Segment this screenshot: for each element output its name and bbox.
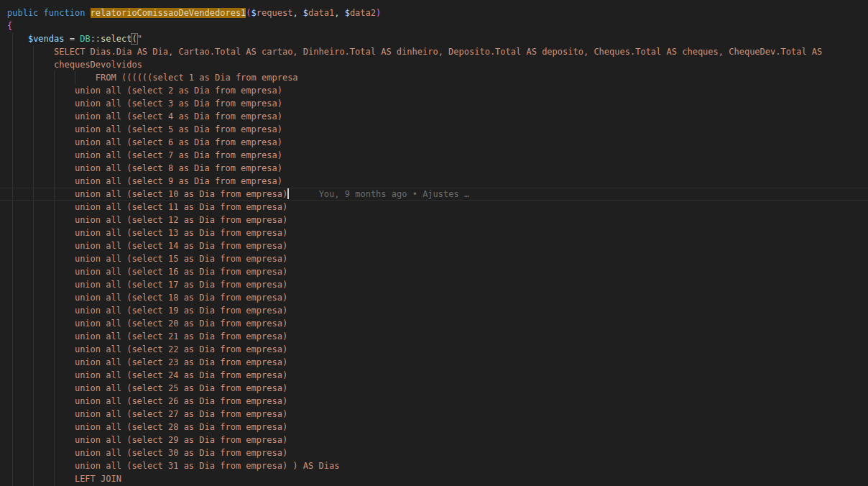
token-str: union all (select 14 as Dia from empresa… <box>75 241 287 251</box>
token-fg: :: <box>91 34 101 44</box>
token-str: FROM ((((((select 1 as Dia from empresa <box>96 73 298 83</box>
code-line[interactable]: union all (select 8 as Dia from empresa) <box>0 162 868 175</box>
token-str: union all (select 15 as Dia from empresa… <box>75 254 287 264</box>
code-line[interactable]: union all (select 15 as Dia from empresa… <box>0 252 868 265</box>
token-fg: , <box>334 8 344 18</box>
code-line[interactable]: union all (select 29 as Dia from empresa… <box>0 434 868 446</box>
text-cursor <box>287 188 289 199</box>
token-str: union all (select 30 as Dia from empresa… <box>75 448 287 458</box>
token-match: relatorioComissaoDeVendedores1 <box>91 8 246 18</box>
code-line[interactable]: union all (select 23 as Dia from empresa… <box>0 356 868 369</box>
code-line[interactable]: union all (select 3 as Dia from empresa) <box>0 97 868 110</box>
indent-whitespace <box>7 267 75 277</box>
indent-whitespace <box>7 124 75 134</box>
code-line[interactable]: $vendas = DB::select(" <box>0 32 868 45</box>
token-str: SELECT Dias.Dia AS Dia, Cartao.Total AS … <box>54 47 822 57</box>
code-line-current[interactable]: union all (select 10 as Dia from empresa… <box>0 188 868 201</box>
code-line[interactable]: union all (select 22 as Dia from empresa… <box>0 343 868 356</box>
token-param: data2 <box>350 8 376 18</box>
code-line[interactable]: union all (select 16 as Dia from empresa… <box>0 265 868 278</box>
token-br1: ) <box>376 8 381 18</box>
code-line[interactable]: FROM ((((((select 1 as Dia from empresa <box>0 71 868 84</box>
token-str: union all (select 12 as Dia from empresa… <box>75 215 287 225</box>
token-str: union all (select 7 as Dia from empresa) <box>75 150 282 160</box>
token-str: union all (select 2 as Dia from empresa) <box>75 86 282 96</box>
token-fn: select <box>101 34 131 44</box>
indent-whitespace <box>7 306 75 316</box>
code-line[interactable]: SELECT Dias.Dia AS Dia, Cartao.Total AS … <box>0 45 868 58</box>
token-str: union all (select 17 as Dia from empresa… <box>75 280 287 290</box>
token-param: request <box>257 8 293 18</box>
token-str: union all (select 18 as Dia from empresa… <box>75 293 287 303</box>
code-line[interactable]: union all (select 24 as Dia from empresa… <box>0 369 868 382</box>
token-str: union all (select 19 as Dia from empresa… <box>75 306 287 316</box>
indent-whitespace <box>7 474 75 484</box>
indent-whitespace <box>7 202 75 212</box>
token-str: union all (select 11 as Dia from empresa… <box>75 202 287 212</box>
token-str: " <box>137 34 142 44</box>
indent-whitespace <box>7 344 75 354</box>
code-area[interactable]: public function relatorioComissaoDeVende… <box>0 6 868 485</box>
code-line[interactable]: chequesDevolvidos <box>0 58 868 71</box>
code-line[interactable]: union all (select 19 as Dia from empresa… <box>0 304 868 317</box>
token-str: chequesDevolvidos <box>54 60 142 70</box>
indent-whitespace <box>7 396 75 406</box>
code-line[interactable]: union all (select 6 as Dia from empresa) <box>0 136 868 149</box>
token-str: union all (select 20 as Dia from empresa… <box>75 318 287 329</box>
token-br1: { <box>7 21 12 31</box>
indent-whitespace <box>7 189 75 199</box>
code-line[interactable]: union all (select 30 as Dia from empresa… <box>0 446 868 459</box>
code-line[interactable]: union all (select 13 as Dia from empresa… <box>0 226 868 239</box>
token-str: union all (select 3 as Dia from empresa) <box>75 98 282 109</box>
code-line[interactable]: union all (select 5 as Dia from empresa) <box>0 123 868 136</box>
code-line[interactable]: union all (select 9 as Dia from empresa) <box>0 175 868 188</box>
code-line[interactable]: union all (select 27 as Dia from empresa… <box>0 408 868 421</box>
indent-whitespace <box>7 228 75 238</box>
code-line[interactable]: { <box>0 19 868 32</box>
code-line[interactable]: union all (select 20 as Dia from empresa… <box>0 317 868 330</box>
code-line[interactable]: union all (select 2 as Dia from empresa) <box>0 84 868 97</box>
indent-whitespace <box>7 150 75 160</box>
indent-whitespace <box>7 357 75 367</box>
indent-whitespace <box>7 448 75 458</box>
indent-whitespace <box>7 318 75 329</box>
code-line[interactable]: LEFT JOIN <box>0 472 868 485</box>
code-line[interactable]: union all (select 17 as Dia from empresa… <box>0 278 868 291</box>
code-line[interactable]: union all (select 25 as Dia from empresa… <box>0 382 868 395</box>
code-line[interactable]: union all (select 4 as Dia from empresa) <box>0 110 868 123</box>
token-param: data1 <box>308 8 334 18</box>
indent-whitespace <box>7 98 75 109</box>
code-line[interactable]: union all (select 14 as Dia from empresa… <box>0 239 868 252</box>
code-line[interactable]: union all (select 26 as Dia from empresa… <box>0 395 868 408</box>
token-fg: = <box>64 34 80 44</box>
code-line[interactable]: union all (select 12 as Dia from empresa… <box>0 214 868 226</box>
code-line[interactable]: union all (select 18 as Dia from empresa… <box>0 291 868 304</box>
indent-whitespace <box>7 241 75 251</box>
token-str: union all (select 21 as Dia from empresa… <box>75 331 287 341</box>
token-str: union all (select 10 as Dia from empresa… <box>75 189 287 199</box>
token-str: union all (select 22 as Dia from empresa… <box>75 344 287 354</box>
indent-whitespace <box>7 176 75 186</box>
token-br1: ( <box>246 8 251 18</box>
code-line[interactable]: union all (select 21 as Dia from empresa… <box>0 330 868 343</box>
code-line[interactable]: union all (select 11 as Dia from empresa… <box>0 201 868 214</box>
code-editor[interactable]: public function relatorioComissaoDeVende… <box>0 0 868 486</box>
code-line[interactable]: union all (select 31 as Dia from empresa… <box>0 459 868 472</box>
code-line[interactable]: public function relatorioComissaoDeVende… <box>0 6 868 19</box>
token-str: union all (select 9 as Dia from empresa) <box>75 176 282 186</box>
code-line[interactable]: union all (select 7 as Dia from empresa) <box>0 149 868 162</box>
token-str: union all (select 24 as Dia from empresa… <box>75 370 287 380</box>
indent-whitespace <box>7 461 75 471</box>
code-line[interactable]: union all (select 28 as Dia from empresa… <box>0 421 868 434</box>
indent-whitespace <box>7 435 75 445</box>
token-str: union all (select 31 as Dia from empresa… <box>75 461 339 471</box>
indent-whitespace <box>7 73 96 83</box>
inline-blame-annotation: You, 9 months ago • Ajustes … <box>319 189 470 199</box>
token-var: $vendas <box>28 34 65 44</box>
token-str: union all (select 23 as Dia from empresa… <box>75 357 287 367</box>
token-brbox: ( <box>131 34 137 44</box>
indent-whitespace <box>7 86 75 96</box>
indent-whitespace <box>7 370 75 380</box>
token-fg: , <box>292 8 303 18</box>
token-str: union all (select 5 as Dia from empresa) <box>75 124 282 134</box>
